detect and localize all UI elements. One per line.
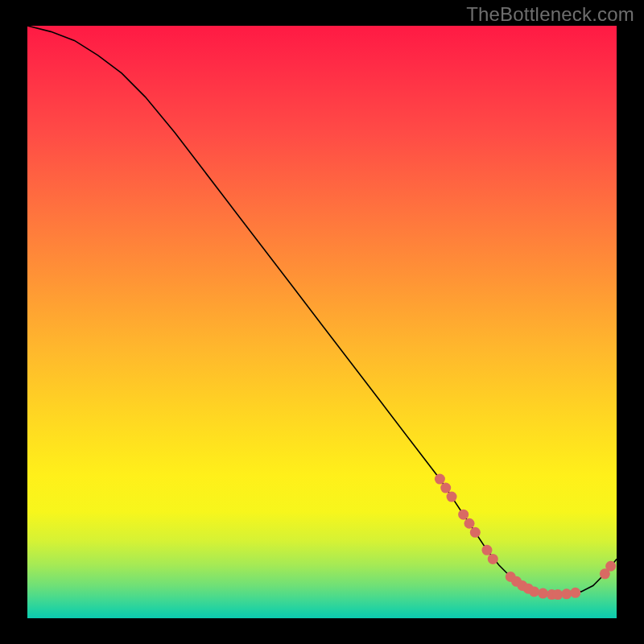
watermark-text: TheBottleneck.com: [466, 3, 634, 26]
data-marker: [488, 554, 498, 564]
data-marker: [458, 510, 469, 520]
data-marker: [561, 588, 572, 599]
data-marker: [464, 518, 475, 529]
bottleneck-curve: [27, 26, 617, 595]
marker-layer: [435, 474, 616, 601]
data-marker: [435, 474, 445, 485]
chart-frame: TheBottleneck.com: [0, 0, 644, 644]
data-marker: [538, 588, 548, 599]
data-marker: [481, 545, 492, 555]
data-marker: [470, 527, 481, 538]
data-marker: [605, 561, 616, 572]
data-marker: [447, 492, 457, 502]
plot-area: [27, 26, 617, 618]
data-marker: [529, 586, 539, 597]
data-marker: [440, 483, 451, 493]
curve-layer: [27, 26, 617, 618]
data-marker: [570, 588, 580, 598]
